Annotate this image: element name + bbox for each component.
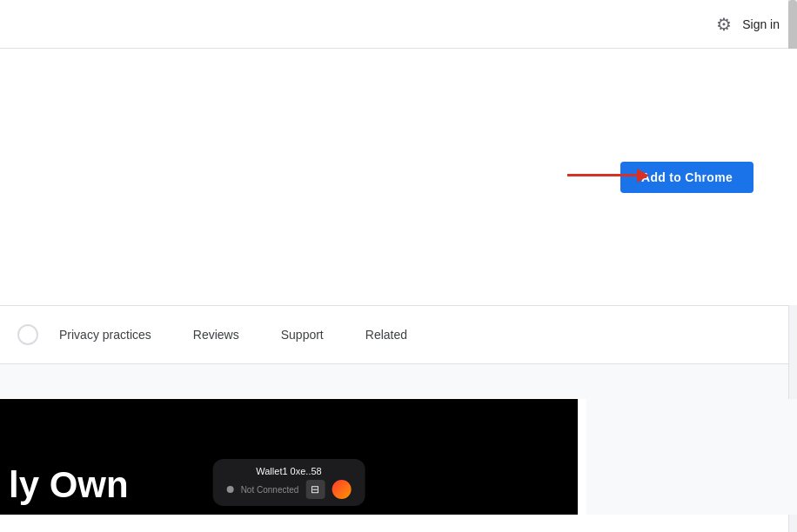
preview-large-text: ly Own bbox=[9, 464, 129, 506]
extension-icon bbox=[332, 480, 351, 499]
preview-right-area bbox=[586, 399, 797, 515]
main-content: Add to Chrome bbox=[0, 49, 797, 305]
header: ⚙ Sign in bbox=[0, 0, 797, 49]
preview-image: ly Own Wallet1 0xe..58 Not Connected ⊟ bbox=[0, 399, 578, 515]
wallet-status: Not Connected bbox=[241, 485, 299, 495]
status-dot bbox=[227, 486, 234, 493]
gap-section bbox=[0, 364, 797, 399]
wallet-overlay: Wallet1 0xe..58 Not Connected ⊟ bbox=[213, 459, 365, 506]
add-to-chrome-button[interactable]: Add to Chrome bbox=[620, 162, 753, 193]
tab-privacy-practices[interactable]: Privacy practices bbox=[59, 324, 151, 345]
wallet-title: Wallet1 0xe..58 bbox=[256, 466, 321, 476]
nav-circle-indicator bbox=[17, 324, 38, 345]
tab-related[interactable]: Related bbox=[365, 324, 407, 345]
header-right: ⚙ Sign in bbox=[716, 14, 780, 35]
nav-tabs: Privacy practices Reviews Support Relate… bbox=[59, 324, 407, 345]
wallet-status-row: Not Connected ⊟ bbox=[227, 480, 352, 499]
preview-section-container: ly Own Wallet1 0xe..58 Not Connected ⊟ bbox=[0, 399, 797, 515]
tab-support[interactable]: Support bbox=[281, 324, 324, 345]
sign-in-link[interactable]: Sign in bbox=[742, 17, 780, 31]
nav-tabs-section: Privacy practices Reviews Support Relate… bbox=[0, 305, 797, 364]
gear-icon[interactable]: ⚙ bbox=[716, 14, 732, 35]
wallet-icon: ⊟ bbox=[305, 480, 325, 499]
tab-reviews[interactable]: Reviews bbox=[193, 324, 239, 345]
